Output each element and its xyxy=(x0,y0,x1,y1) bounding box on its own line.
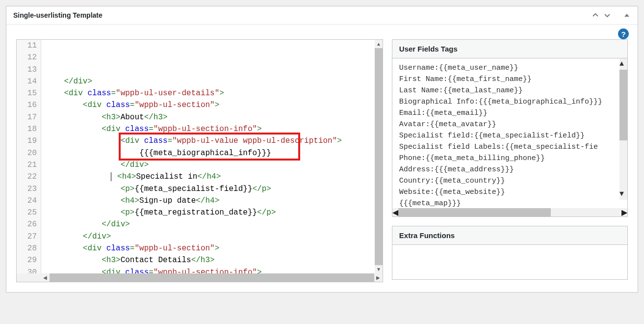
line-number: 18 xyxy=(21,123,37,135)
panel-body: ? 11121314151617181920212223242526272829… xyxy=(6,25,638,292)
move-down-icon[interactable] xyxy=(603,11,611,19)
field-tag-row[interactable]: Country:{{meta_country}} xyxy=(399,175,620,187)
field-tag-row[interactable]: Address:{{{meta_address}}} xyxy=(399,164,620,175)
code-line[interactable]: <p>{{meta_registration_date}}</p> xyxy=(45,207,383,218)
tags-horizontal-scrollbar[interactable]: ◀ ▶ xyxy=(392,208,627,216)
editor-horizontal-scrollbar[interactable]: ◀ ▶ xyxy=(17,273,383,282)
code-line[interactable]: </div> xyxy=(45,231,383,243)
tags-vertical-scrollbar[interactable]: ▲ ▼ xyxy=(619,58,627,200)
panel-title: Single-userlisting Template xyxy=(13,11,592,19)
code-line[interactable]: <div class="wppb-ul-section-info"> xyxy=(45,123,383,135)
field-tag-row[interactable]: First Name:{{meta_first_name}} xyxy=(399,74,620,85)
line-number: 12 xyxy=(21,52,37,63)
line-number: 14 xyxy=(21,76,37,87)
help-icon[interactable]: ? xyxy=(618,28,629,39)
user-fields-tags-header: User Fields Tags xyxy=(392,40,627,58)
line-number: 21 xyxy=(21,159,37,171)
extra-functions-header: Extra Functions xyxy=(392,226,627,245)
field-tag-row[interactable]: Last Name:{{meta_last_name}} xyxy=(399,85,620,96)
line-number: 26 xyxy=(21,218,37,230)
code-line[interactable]: <div class="wppb-ul-section-info"> xyxy=(45,267,383,273)
line-number: 28 xyxy=(21,243,37,254)
line-number: 16 xyxy=(21,99,37,111)
field-tag-row[interactable]: {{{meta_map}}} xyxy=(399,198,620,208)
line-number: 27 xyxy=(21,231,37,243)
line-number: 15 xyxy=(21,87,37,99)
code-line[interactable]: {{{meta_biographical_info}}} xyxy=(45,147,383,159)
code-line[interactable]: <div class="wppb-ul-value wppb-ul-descri… xyxy=(45,135,383,147)
panel-controls xyxy=(592,11,631,19)
line-number: 29 xyxy=(21,254,37,266)
field-tag-row[interactable]: Phone:{{meta_meta_billing_phone}} xyxy=(399,153,620,164)
code-line[interactable]: <h3>About</h3> xyxy=(45,111,383,123)
line-number: 11 xyxy=(21,40,37,52)
line-number: 13 xyxy=(21,64,37,76)
line-number: 17 xyxy=(21,111,37,123)
line-number: 30 xyxy=(21,267,37,273)
field-tag-row[interactable]: Username:{{meta_user_name}} xyxy=(399,62,620,74)
line-number: 20 xyxy=(21,147,37,159)
scroll-up-arrow-icon[interactable]: ▲ xyxy=(375,40,383,48)
scroll-right-arrow-icon[interactable]: ▶ xyxy=(374,273,383,282)
code-line[interactable]: <div class="wppb-ul-section"> xyxy=(45,99,383,111)
user-fields-tags-panel: User Fields Tags Username:{{meta_user_na… xyxy=(392,39,628,217)
code-line[interactable]: </div> xyxy=(45,159,383,171)
field-tag-row[interactable]: Email:{{meta_email}} xyxy=(399,108,620,119)
scroll-thumb[interactable] xyxy=(50,273,374,282)
code-line[interactable]: <div class="wppb-ul-user-details"> xyxy=(45,87,383,99)
code-line[interactable]: <div class="wppb-ul-section"> xyxy=(45,243,383,254)
scroll-up-arrow-icon[interactable]: ▲ xyxy=(619,58,627,70)
scroll-right-arrow-icon[interactable]: ▶ xyxy=(621,208,627,217)
collapse-toggle-icon[interactable] xyxy=(623,11,631,19)
code-line[interactable]: </div> xyxy=(45,218,383,230)
field-tag-row[interactable]: Biographical Info:{{{meta_biographical_i… xyxy=(399,96,620,108)
code-editor[interactable]: 1112131415161718192021222324252627282930… xyxy=(16,39,383,282)
code-line[interactable]: <h3>Contact Details</h3> xyxy=(45,254,383,266)
sidebar: User Fields Tags Username:{{meta_user_na… xyxy=(392,39,628,282)
user-fields-tags-body[interactable]: Username:{{meta_user_name}}First Name:{{… xyxy=(392,58,627,208)
line-number: 19 xyxy=(21,135,37,147)
line-gutter: 1112131415161718192021222324252627282930… xyxy=(17,40,41,273)
panel-header: Single-userlisting Template xyxy=(6,6,638,25)
extra-functions-body xyxy=(392,245,627,279)
scroll-thumb[interactable] xyxy=(375,48,383,265)
field-tag-row[interactable]: Specialist field Labels:{{meta_specialis… xyxy=(399,141,620,153)
code-line[interactable]: </div> xyxy=(45,76,383,87)
template-panel: Single-userlisting Template ? 1112131415… xyxy=(6,6,638,293)
line-number: 24 xyxy=(21,195,37,207)
code-line[interactable]: <h4>Sign-up date</h4> xyxy=(45,195,383,207)
editor-vertical-scrollbar[interactable]: ▲ ▼ xyxy=(375,40,383,273)
scroll-thumb[interactable] xyxy=(619,70,627,140)
line-number: 25 xyxy=(21,207,37,218)
field-tag-row[interactable]: Avatar:{{meta_avatar}} xyxy=(399,119,620,130)
extra-functions-panel: Extra Functions xyxy=(392,226,628,280)
line-number: 23 xyxy=(21,183,37,195)
code-line[interactable]: <h4>Specialist in</h4> xyxy=(45,171,383,183)
field-tag-row[interactable]: Specialist field:{{meta_specialist-field… xyxy=(399,130,620,141)
code-line[interactable]: <p>{{meta_specialist-field}}</p> xyxy=(45,183,383,195)
scroll-left-arrow-icon[interactable]: ◀ xyxy=(392,208,398,217)
code-content[interactable]: </div> <div class="wppb-ul-user-details"… xyxy=(41,40,383,273)
scroll-thumb[interactable] xyxy=(398,208,551,216)
field-tag-row[interactable]: Website:{{meta_website}} xyxy=(399,187,620,198)
line-number: 22 xyxy=(21,171,37,183)
scroll-down-arrow-icon[interactable]: ▼ xyxy=(375,265,383,273)
move-up-icon[interactable] xyxy=(592,11,599,19)
scroll-left-arrow-icon[interactable]: ◀ xyxy=(41,273,50,282)
scroll-down-arrow-icon[interactable]: ▼ xyxy=(619,189,627,200)
